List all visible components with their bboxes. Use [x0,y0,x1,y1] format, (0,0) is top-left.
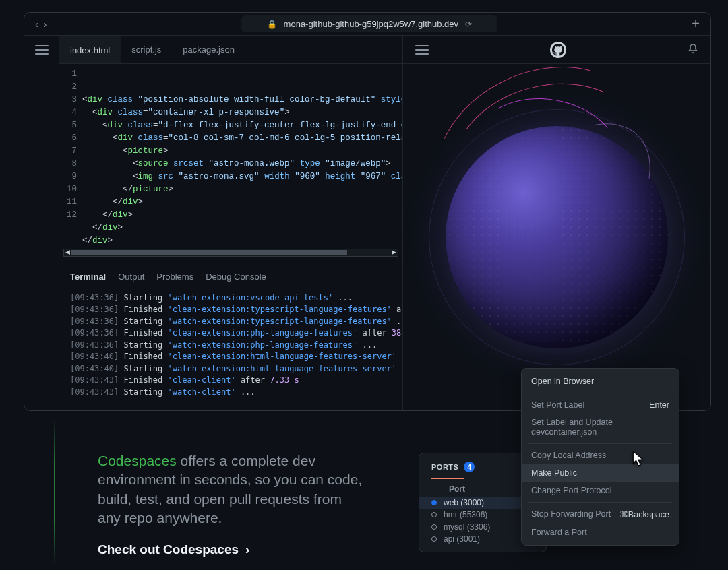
scroll-left-icon[interactable]: ◀ [65,249,70,255]
terminal-line: [09:43:36] Finished 'clean-extension:typ… [70,304,392,316]
terminal-tabs: TerminalOutputProblemsDebug Console [70,271,392,283]
port-label: api (3001) [444,534,480,544]
accent-line [54,418,55,566]
code-line[interactable]: <img src="astro-mona.svg" width="960" he… [82,170,402,183]
code-line[interactable]: </picture> [82,183,402,196]
line-number: 6 [59,132,77,145]
menu-shortcut: Enter [649,400,669,410]
code-line[interactable]: <div class="position-absolute width-full… [82,94,402,106]
terminal-line: [09:43:36] Starting 'watch-extension:vsc… [70,292,392,305]
terminal-line: [09:43:36] Finished 'clean-extension:php… [70,327,392,340]
code-line[interactable]: <div class="col-8 col-sm-7 col-md-6 col-… [82,132,402,145]
code-content[interactable]: <div class="position-absolute width-full… [82,68,402,247]
terminal-line: [09:43:40] Finished 'clean-extension:htm… [70,351,392,363]
terminal-tab-debug-console[interactable]: Debug Console [206,271,266,283]
line-number: 7 [59,145,77,158]
lock-icon: 🔒 [267,20,277,29]
notification-bell-icon[interactable] [688,43,698,57]
terminal-tab-problems[interactable]: Problems [156,271,193,283]
chevron-right-icon: › [245,542,249,557]
terminal-line: [09:43:36] Starting 'watch-extension:typ… [70,316,392,328]
menu-item-forward-a-port[interactable]: Forward a Port [522,524,679,541]
line-number: 11 [59,196,77,209]
port-status-dot [431,500,437,505]
menu-item-change-port-protocol[interactable]: Change Port Protocol [522,482,679,499]
url-bar[interactable]: 🔒 mona-github-github-g59jpq2w5w7.github.… [241,15,497,32]
terminal-line: [09:43:36] Starting 'watch-extension:php… [70,340,392,352]
ide-sidebar [24,36,59,410]
globe-preview [403,64,710,410]
editor-tab-index-html[interactable]: index.html [59,36,121,63]
port-status-dot [431,524,437,530]
code-line[interactable]: <source srcset="astro-mona.webp" type="i… [82,158,402,170]
new-tab-button[interactable]: + [692,16,700,32]
horizontal-scrollbar[interactable]: ◀ ▶ [63,249,398,257]
globe-image [446,126,668,348]
line-number: 9 [59,170,77,183]
terminal-tab-output[interactable]: Output [118,271,144,283]
code-editor[interactable]: 123456789101112 <div class="position-abs… [59,64,402,247]
terminal-output[interactable]: [09:43:36] Starting 'watch-extension:vsc… [70,292,392,399]
editor-tabs: index.htmlscript.jspackage.json [59,36,402,64]
terminal-tab-terminal[interactable]: Terminal [70,271,106,283]
reload-icon[interactable]: ⟳ [465,20,472,29]
menu-shortcut: ⌘Backspace [619,509,669,519]
cta-link[interactable]: Check out Codespaces › [98,542,249,557]
code-line[interactable]: <div class="d-flex flex-justify-center f… [82,119,402,132]
url-text: mona-github-github-g59jpq2w5w7.github.de… [284,19,458,29]
menu-item-open-in-browser[interactable]: Open in Browser [522,373,679,390]
code-line[interactable]: </div> [82,222,402,234]
port-label: hmr (55306) [444,510,487,519]
line-number: 4 [59,106,77,119]
marketing-copy: Codespaces offers a complete dev environ… [98,451,367,557]
preview-menu-icon[interactable] [415,45,429,55]
line-number: 8 [59,158,77,170]
menu-item-stop-forwarding-port[interactable]: Stop Forwarding Port⌘Backspace [522,505,679,524]
browser-window: ‹ › 🔒 mona-github-github-g59jpq2w5w7.git… [24,12,711,411]
code-line[interactable]: <picture> [82,145,402,158]
scroll-right-icon[interactable]: ▶ [392,249,396,255]
line-number: 1 [59,68,77,81]
line-gutter: 123456789101112 [59,68,82,247]
code-line[interactable]: </div> [82,234,402,247]
marketing-highlight: Codespaces [98,453,177,468]
port-label: web (3000) [444,498,484,507]
cursor-icon [632,450,646,470]
line-number: 12 [59,209,77,222]
editor-tab-package-json[interactable]: package.json [172,36,245,63]
terminal-line: [09:43:43] Finished 'clean-client' after… [70,375,392,387]
github-logo-icon[interactable] [550,42,566,58]
scrollbar-thumb[interactable] [71,250,347,255]
preview-header [403,36,710,64]
menu-item-make-public[interactable]: Make Public [522,464,679,482]
terminal-panel: TerminalOutputProblemsDebug Console [09:… [59,261,402,410]
nav-back-icon[interactable]: ‹ [35,19,38,30]
menu-separator [528,443,672,444]
menu-item-set-label-and-update-devcontainer-json[interactable]: Set Label and Update devcontainer.json [522,414,679,441]
browser-chrome: ‹ › 🔒 mona-github-github-g59jpq2w5w7.git… [24,13,710,36]
ports-header-label: PORTS [431,463,458,471]
terminal-line: [09:43:40] Starting 'watch-extension:htm… [70,363,392,375]
line-number: 3 [59,94,77,106]
menu-item-copy-local-address[interactable]: Copy Local Address [522,447,679,464]
menu-separator [528,393,672,393]
terminal-line: [09:43:43] Starting 'watch-client' ... [70,387,392,399]
editor-pane: index.htmlscript.jspackage.json 12345678… [59,36,403,410]
code-line[interactable]: </div> [82,209,402,222]
line-number: 5 [59,119,77,132]
menu-item-set-port-label[interactable]: Set Port LabelEnter [522,396,679,414]
menu-icon[interactable] [35,45,49,55]
line-number: 10 [59,183,77,196]
line-number: 2 [59,81,77,94]
ports-count-badge: 4 [464,462,475,472]
editor-tab-script-js[interactable]: script.js [121,36,172,63]
preview-pane [403,36,710,410]
code-line[interactable]: </div> [82,196,402,209]
port-status-dot [431,512,437,517]
ide-area: index.htmlscript.jspackage.json 12345678… [24,36,710,410]
ports-tab-indicator [431,478,464,479]
context-menu: Open in BrowserSet Port LabelEnterSet La… [521,368,679,546]
code-line[interactable]: <div class="container-xl p-responsive"> [82,106,402,119]
port-status-dot [431,536,437,542]
port-label: mysql (3306) [444,522,490,532]
